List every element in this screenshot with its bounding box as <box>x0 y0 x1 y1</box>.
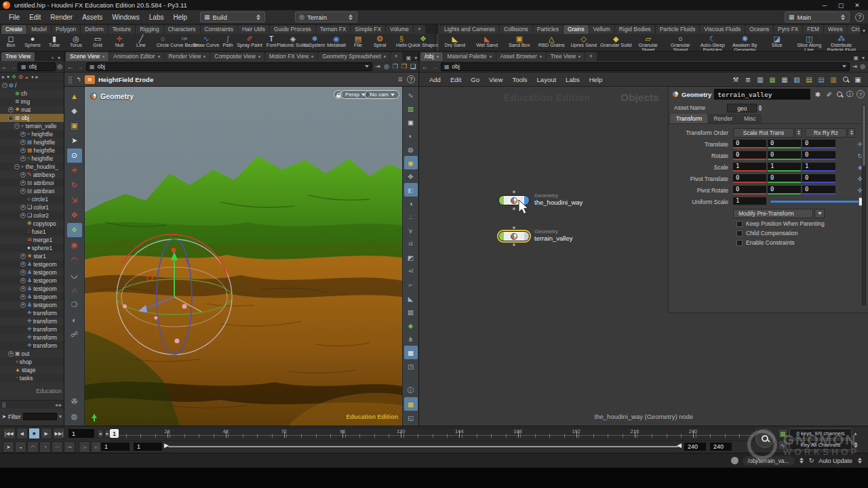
color-palette-icon[interactable]: ▦ <box>768 75 777 84</box>
snap-primitive-icon[interactable]: ◠ <box>67 253 82 267</box>
tree-item-merge1[interactable]: ⇉merge1 <box>0 236 64 244</box>
filter-dropdown-icon[interactable]: ▾ <box>59 413 62 420</box>
shelf-tool-path[interactable]: ∫Path <box>217 34 239 51</box>
param-translate-z[interactable]: 0 <box>802 140 835 148</box>
tree-item-the-houdini[interactable]: −◗the_houdini_ <box>0 163 64 171</box>
shelf-tool-platonic-solids[interactable]: ◈Platonic Solids <box>282 34 304 51</box>
parameter-scrollbar[interactable] <box>862 104 866 306</box>
quickmarks-icon[interactable]: ▣ <box>853 75 863 84</box>
view-curve-icon[interactable]: ∿ <box>404 88 418 102</box>
minimize-button[interactable]: ─ <box>821 2 829 9</box>
shelf-tab-viscous-fluids[interactable]: Viscous Fluids <box>700 25 745 34</box>
param-translate-x[interactable]: 0 <box>733 140 766 148</box>
tree-item-item[interactable]: −◍/ <box>0 81 64 89</box>
rotate-order-spinner[interactable] <box>848 128 855 138</box>
output-connector[interactable] <box>513 207 515 210</box>
grip-icon[interactable]: ⣿ <box>68 76 73 83</box>
show-objects-icon[interactable]: ❖ <box>12 74 16 80</box>
tree-item-mat[interactable]: +❖mat <box>0 106 64 114</box>
material-icon[interactable]: ◆ <box>404 319 418 332</box>
expand-icon[interactable]: + <box>20 148 26 153</box>
filter-input[interactable] <box>23 413 57 420</box>
jump-start-button[interactable]: |◀◀ <box>3 428 16 439</box>
shelf-set-selector[interactable]: ◎ Terrain <box>295 12 357 22</box>
points-display-icon[interactable]: ∴ <box>404 210 418 224</box>
menu-windows[interactable]: Windows <box>107 14 144 21</box>
shelf-tab-particle-fluids[interactable]: Particle Fluids <box>656 25 700 34</box>
table-view-icon[interactable]: ▥ <box>755 75 765 84</box>
param-pivot-translate-z[interactable]: 0 <box>802 174 835 183</box>
param-translate-y[interactable]: 0 <box>768 140 801 148</box>
desktop-build-selector[interactable]: ▦ Build <box>200 12 265 22</box>
profile-icon[interactable]: ⌐ <box>404 278 418 291</box>
show-cameras-icon[interactable]: ◑ <box>31 74 34 80</box>
point-normals-icon[interactable]: ⋎ <box>404 224 418 237</box>
display-flag[interactable] <box>524 232 529 241</box>
rotate-tool-icon[interactable]: ↻ <box>67 178 82 192</box>
tree-item-heightfie[interactable]: +≈heightfie <box>0 155 64 163</box>
shadow-icon[interactable]: ◑ <box>404 197 418 210</box>
pretransform-dropdown-icon[interactable] <box>814 209 825 218</box>
shelf-tab-guide-process[interactable]: Guide Process <box>270 25 315 34</box>
transform-order-spinner[interactable] <box>795 128 802 138</box>
radial-menu-icon[interactable]: ◎ <box>860 63 865 70</box>
shelf-tool-box[interactable]: ◻Box <box>0 34 22 51</box>
view-mask-icon[interactable]: ◐ <box>67 312 82 327</box>
tab-close-icon[interactable] <box>203 56 205 58</box>
shelf-tab-simple-fx[interactable]: Simple FX <box>351 25 385 34</box>
headlight-icon[interactable]: ◉ <box>404 156 418 169</box>
network-menu-add[interactable]: Add <box>425 76 446 83</box>
translate-tool-icon[interactable]: ✛ <box>67 163 82 178</box>
param-tab-transform[interactable]: Transform <box>671 114 707 123</box>
shelf-tab-grains[interactable]: Grains <box>564 25 589 34</box>
param-pivot-translate-x[interactable]: 0 <box>733 174 766 183</box>
expand-icon[interactable]: + <box>20 294 26 300</box>
keyframe-options-button[interactable]: ▦ <box>778 428 788 439</box>
expand-icon[interactable]: + <box>20 278 26 283</box>
expand-icon[interactable]: + <box>20 140 26 145</box>
shelf-tool-upres-sand[interactable]: ◇Upres Sand <box>568 34 600 51</box>
menu-edit[interactable]: Edit <box>24 14 45 21</box>
tab-close-icon[interactable] <box>384 56 386 58</box>
tab-obj[interactable]: /obj <box>420 52 443 61</box>
shelf-tool-awaken-by-geometry[interactable]: ✺Awaken By Geometry <box>729 34 762 51</box>
prim-numbers-icon[interactable]: ⁴² <box>404 264 418 278</box>
heightfield-brush-tool-icon[interactable]: ▲ <box>67 89 82 103</box>
pane-menu-icon[interactable]: ▾ <box>58 55 60 61</box>
build-spinner[interactable] <box>255 13 261 21</box>
expand-icon[interactable]: + <box>20 270 26 275</box>
path-dropdown-icon[interactable] <box>365 65 369 70</box>
shelf-tool-curve-bezier[interactable]: ✑Curve Bezier <box>174 34 195 51</box>
scroll-right-icon[interactable]: ▸ <box>36 74 39 80</box>
param-pivot-rotate-z[interactable]: 0 <box>802 186 835 195</box>
network-path-field[interactable]: ▦ obj <box>441 62 850 71</box>
expand-icon[interactable]: + <box>20 156 26 161</box>
close-button[interactable]: ✕ <box>853 2 861 9</box>
op-help-button[interactable]: ? <box>407 75 415 83</box>
tab-close-icon[interactable] <box>490 56 492 58</box>
current-node-path[interactable]: /obj/terrain_va... <box>743 456 795 466</box>
scroll-left-icon[interactable]: ◂ <box>55 402 58 408</box>
param-scale-y[interactable]: 1 <box>768 163 801 171</box>
keys-info-expand-icon[interactable]: ▲ <box>853 431 858 436</box>
edit-snapshot-icon[interactable]: ❒ <box>401 63 407 70</box>
menu-labs[interactable]: Labs <box>144 14 169 21</box>
expand-icon[interactable]: + <box>8 351 14 357</box>
network-box-icon[interactable]: ▤ <box>816 75 826 84</box>
prim-normals-icon[interactable]: ◩ <box>404 251 418 264</box>
tab-close-icon[interactable] <box>437 56 439 58</box>
shelf-tab-collisions[interactable]: Collisions <box>500 25 532 34</box>
tree-item-copytopo[interactable]: ❋copytopo <box>0 220 64 228</box>
network-menu-tools[interactable]: Tools <box>507 76 532 83</box>
shelf-tool-slice[interactable]: ◪Slice <box>761 34 793 51</box>
shelf-tab-rigging[interactable]: Rigging <box>136 25 163 34</box>
key-all-channels-dropdown[interactable]: Key All Channels <box>789 440 852 450</box>
scrollbar-thumb[interactable] <box>863 105 865 166</box>
shelf-tool-line[interactable]: ╱Line <box>130 34 152 51</box>
expand-icon[interactable]: + <box>8 107 14 113</box>
expand-icon[interactable]: + <box>20 188 26 194</box>
pane-menu-icon[interactable]: ▾ <box>414 55 417 61</box>
snap-grid-icon[interactable]: ◉ <box>67 238 82 252</box>
param-scale-z[interactable]: 1 <box>802 163 835 171</box>
update-mode-spinner[interactable] <box>856 457 863 465</box>
